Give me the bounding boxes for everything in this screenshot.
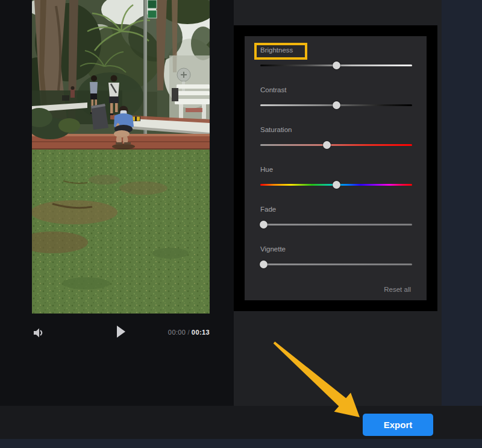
slider-thumb[interactable]	[333, 62, 340, 69]
vignette-slider[interactable]	[260, 260, 412, 268]
slider-label: Saturation	[260, 126, 292, 134]
player-controls: 00:00/00:13	[32, 324, 210, 341]
time-display: 00:00/00:13	[168, 329, 210, 336]
footer-bar: Export	[0, 406, 482, 439]
video-preview	[32, 0, 210, 314]
slider-thumb[interactable]	[333, 101, 340, 109]
slider-row-hue: Hue	[245, 162, 427, 198]
time-separator: /	[186, 329, 191, 336]
play-button[interactable]	[116, 326, 128, 339]
slider-row-brightness: Brightness	[245, 42, 427, 78]
slider-track[interactable]	[260, 144, 412, 146]
slider-thumb[interactable]	[260, 221, 268, 229]
adjust-panel-frame: Brightness Contrast Saturation	[234, 25, 437, 311]
slider-thumb[interactable]	[323, 141, 331, 149]
app-screenshot: 00:00/00:13 Brightness Contrast	[0, 0, 482, 448]
slider-label: Hue	[260, 166, 273, 174]
fade-slider[interactable]	[260, 220, 412, 229]
slider-label: Contrast	[260, 86, 286, 95]
current-time: 00:00	[168, 329, 186, 336]
slider-thumb[interactable]	[333, 181, 340, 189]
duration: 00:13	[192, 329, 210, 336]
slider-track[interactable]	[260, 224, 412, 226]
slider-label: Fade	[260, 206, 276, 214]
contrast-slider[interactable]	[260, 101, 412, 109]
speaker-icon	[32, 326, 45, 339]
grass-field	[32, 150, 210, 314]
hue-slider[interactable]	[260, 180, 412, 189]
slider-row-fade: Fade	[245, 201, 427, 238]
slider-track[interactable]	[260, 263, 412, 265]
mute-button[interactable]	[32, 326, 45, 339]
settings-region: Brightness Contrast Saturation	[234, 0, 442, 406]
slider-label: Vignette	[260, 245, 286, 254]
reset-all-button[interactable]: Reset all	[384, 286, 411, 293]
slider-row-contrast: Contrast	[245, 82, 427, 118]
slider-thumb[interactable]	[260, 260, 268, 268]
slider-row-saturation: Saturation	[245, 122, 427, 158]
park-scene-video-frame	[32, 0, 210, 314]
saturation-slider[interactable]	[260, 140, 412, 149]
play-icon	[116, 326, 126, 338]
slider-label: Brightness	[260, 46, 293, 55]
slider-row-vignette: Vignette	[245, 241, 427, 277]
adjust-panel: Brightness Contrast Saturation	[245, 36, 427, 300]
brightness-slider[interactable]	[260, 61, 412, 69]
video-panel: 00:00/00:13	[0, 0, 234, 406]
export-button[interactable]: Export	[363, 414, 433, 436]
